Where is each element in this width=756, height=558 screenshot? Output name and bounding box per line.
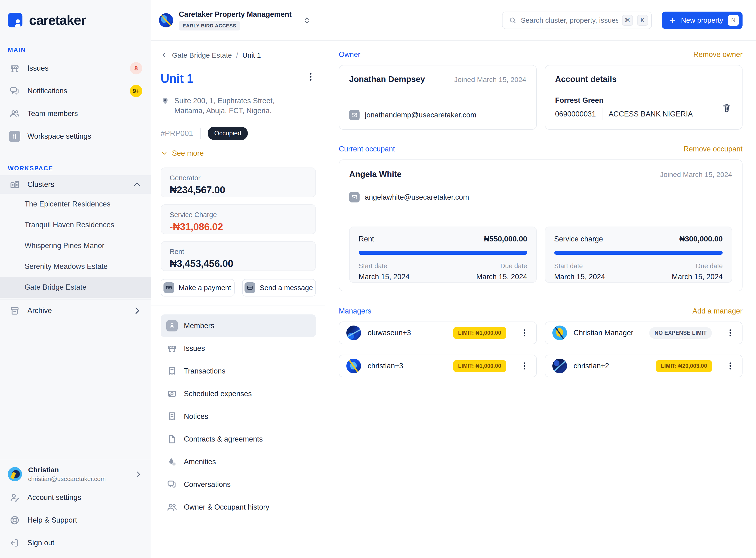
- back-chevron-icon[interactable]: [161, 52, 168, 59]
- org-name: Caretaker Property Management: [179, 10, 292, 19]
- unit-menu-item[interactable]: Amenities: [161, 451, 316, 473]
- due-date-label: Due date: [500, 262, 527, 270]
- global-search[interactable]: ⌘ K: [502, 11, 652, 29]
- sidebar-item[interactable]: Team members: [0, 102, 151, 125]
- unit-menu-item[interactable]: Transactions: [161, 360, 316, 382]
- cluster-item-label: Tranquil Haven Residences: [25, 221, 114, 229]
- manager-options-kebab-icon[interactable]: [520, 361, 529, 371]
- sidebar-footer-nav: Account settings Help & Support: [0, 486, 151, 554]
- start-date-label: Start date: [359, 262, 387, 270]
- start-date-label: Start date: [554, 262, 583, 270]
- user-menu[interactable]: Christian christian@usecaretaker.com: [0, 460, 151, 486]
- manager-options-kebab-icon[interactable]: [726, 361, 735, 371]
- cluster-item[interactable]: Whispering Pines Manor: [0, 235, 151, 256]
- delete-account-trash-icon[interactable]: [721, 103, 732, 113]
- sidebar-item-icon: [9, 63, 20, 74]
- cluster-item[interactable]: Gate Bridge Estate: [0, 277, 151, 298]
- manager-limit-badge: LIMIT: ₦20,003.00: [656, 360, 712, 372]
- owner-joined-date: Joined March 15, 2024: [454, 76, 526, 84]
- occupant-section-title: Current occupant: [339, 145, 395, 153]
- breadcrumb-parent[interactable]: Gate Bridge Estate: [172, 51, 232, 59]
- unit-menu-item[interactable]: Notices: [161, 405, 316, 428]
- sidebar-item-clusters[interactable]: Clusters: [0, 175, 151, 194]
- see-more-toggle[interactable]: See more: [161, 149, 316, 158]
- managers-grid: oluwaseun+3 LIMIT: ₦1,000.00 Christian M…: [339, 322, 742, 377]
- unit-address-row: Suite 200, 1, Euphrates Street, Maitama,…: [161, 96, 316, 116]
- stat-value: ₦3,453,456.00: [170, 258, 307, 269]
- sidebar-item-icon: [9, 86, 20, 96]
- sidebar-footer-label: Account settings: [27, 493, 81, 502]
- unit-action-button[interactable]: Make a payment: [161, 279, 234, 297]
- count-badge: 9+: [130, 85, 142, 97]
- unit-action-button[interactable]: Send a message: [242, 279, 316, 297]
- archive-icon: [9, 305, 20, 316]
- org-switcher[interactable]: Caretaker Property Management EARLY BIRD…: [159, 10, 311, 30]
- sidebar-footer-item[interactable]: Account settings: [0, 486, 151, 509]
- caretaker-logo-icon: [8, 13, 22, 27]
- sidebar-item[interactable]: Notifications 9+: [0, 80, 151, 102]
- cluster-item-label: Serenity Meadows Estate: [25, 262, 108, 271]
- account-number: 0690000031: [555, 110, 596, 118]
- sidebar-item[interactable]: Workspace settings: [0, 125, 151, 148]
- stat-value: -₦31,086.02: [170, 221, 307, 232]
- action-icon: [163, 282, 174, 293]
- updown-chevron-icon[interactable]: [303, 16, 311, 24]
- menu-item-label: Issues: [184, 344, 205, 353]
- add-manager-link[interactable]: Add a manager: [692, 307, 742, 315]
- breadcrumb-separator: /: [236, 51, 238, 59]
- unit-panel: Gate Bridge Estate / Unit 1 Unit 1 Suite…: [151, 41, 325, 558]
- menu-item-label: Members: [184, 322, 214, 330]
- divider: [349, 216, 732, 216]
- chevron-up-icon[interactable]: [132, 179, 142, 190]
- cluster-item[interactable]: Serenity Meadows Estate: [0, 256, 151, 277]
- detail-panel: Owner Remove owner Jonathan Dempsey Join…: [325, 41, 756, 558]
- remove-occupant-link[interactable]: Remove occupant: [683, 145, 742, 153]
- menu-item-icon: [167, 502, 177, 512]
- cluster-item[interactable]: The Epicenter Residences: [0, 194, 151, 214]
- brand: caretaker: [8, 12, 143, 28]
- unit-menu-item[interactable]: Conversations: [161, 473, 316, 496]
- breadcrumb-current: Unit 1: [243, 51, 261, 59]
- unit-menu-item[interactable]: Scheduled expenses: [161, 382, 316, 405]
- cluster-item-label: Whispering Pines Manor: [25, 242, 104, 250]
- cluster-list: The Epicenter Residences Tranquil Haven …: [0, 194, 151, 298]
- unit-menu-item[interactable]: Issues: [161, 337, 316, 360]
- status-badge: Occupied: [208, 127, 248, 140]
- sidebar-footer-item[interactable]: Help & Support: [0, 509, 151, 532]
- manager-avatar: [346, 359, 361, 373]
- start-date-value: March 15, 2024: [554, 273, 605, 281]
- owner-card: Jonathan Dempsey Joined March 15, 2024 j…: [339, 65, 537, 130]
- cluster-item-label: The Epicenter Residences: [25, 200, 110, 208]
- property-id-row: #PRP001 Occupied: [161, 127, 316, 140]
- manager-options-kebab-icon[interactable]: [520, 328, 529, 337]
- menu-item-label: Conversations: [184, 480, 231, 489]
- user-email: christian@usecaretaker.com: [28, 476, 106, 482]
- unit-options-kebab-icon[interactable]: [305, 72, 316, 82]
- clusters-label: Clusters: [27, 180, 54, 189]
- unit-menu-item[interactable]: Members: [161, 314, 316, 337]
- search-input[interactable]: [521, 16, 618, 24]
- divider: [602, 108, 602, 120]
- menu-item-icon: [167, 434, 177, 445]
- manager-card: christian+3 LIMIT: ₦1,000.00: [339, 355, 537, 377]
- divider: [151, 305, 325, 305]
- manager-name: christian+3: [368, 362, 403, 370]
- unit-menu-item[interactable]: Contracts & agreements: [161, 428, 316, 451]
- section-label-workspace: WORKSPACE: [8, 164, 143, 172]
- menu-item-icon: [167, 366, 177, 376]
- sidebar-item[interactable]: Issues 8: [0, 57, 151, 80]
- manager-card: oluwaseun+3 LIMIT: ₦1,000.00: [339, 322, 537, 344]
- charge-label: Rent: [359, 235, 374, 243]
- sidebar-item-archive[interactable]: Archive: [0, 299, 151, 322]
- cluster-item[interactable]: Tranquil Haven Residences: [0, 214, 151, 235]
- org-plan-badge: EARLY BIRD ACCESS: [179, 21, 240, 30]
- manager-options-kebab-icon[interactable]: [726, 328, 735, 337]
- sidebar-footer-item[interactable]: Sign out: [0, 532, 151, 554]
- remove-owner-link[interactable]: Remove owner: [694, 50, 742, 59]
- new-property-button[interactable]: New property N: [662, 11, 742, 29]
- app-window: caretaker MAIN Issues 8 Notifications: [0, 0, 756, 558]
- stat-card: Generator ₦234,567.00: [161, 168, 316, 197]
- chevron-right-icon: [134, 470, 142, 478]
- sidebar-item-label: Issues: [27, 64, 49, 73]
- unit-menu-item[interactable]: Owner & Occupant history: [161, 496, 316, 518]
